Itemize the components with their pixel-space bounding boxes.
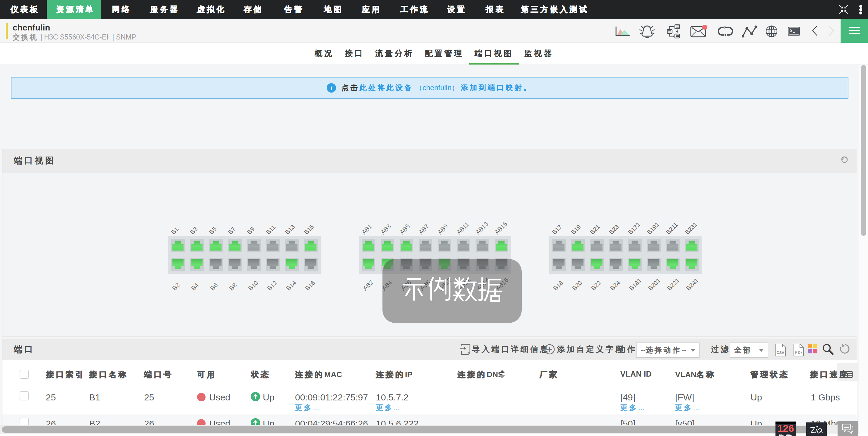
svg-text:CSV: CSV	[777, 351, 784, 355]
